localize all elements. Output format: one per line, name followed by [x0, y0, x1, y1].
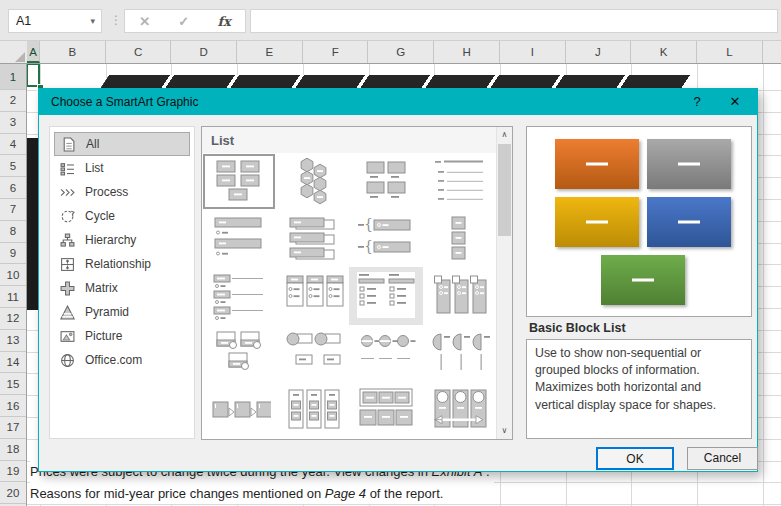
ok-button[interactable]: OK: [596, 447, 674, 470]
smartart-half-circle-list[interactable]: [423, 325, 497, 382]
row-header-12[interactable]: 12: [0, 308, 26, 330]
office-com-icon: [60, 353, 76, 368]
row-header-8[interactable]: 8: [0, 221, 26, 243]
smartart-vertical-accent-list[interactable]: [423, 267, 497, 324]
smartart-table-list[interactable]: [349, 382, 423, 439]
smartart-bending-picture-accent-list[interactable]: [276, 325, 350, 382]
category-label: Hierarchy: [85, 233, 136, 247]
category-cycle[interactable]: Cycle: [54, 204, 190, 228]
scrollbar-thumb[interactable]: [498, 144, 511, 236]
column-header-D[interactable]: D: [171, 41, 237, 63]
smartart-tab-list[interactable]: [349, 267, 423, 324]
category-label: List: [85, 161, 104, 175]
row-header-6[interactable]: 6: [0, 177, 26, 199]
help-icon[interactable]: ?: [685, 89, 709, 115]
row-header-11[interactable]: 11: [0, 286, 26, 308]
column-header-A[interactable]: A: [27, 41, 40, 63]
row-header-13[interactable]: 13: [0, 330, 26, 352]
smartart-arrow-list[interactable]: [202, 382, 276, 439]
cell-text-row20[interactable]: Reasons for mid-year price changes menti…: [30, 483, 447, 505]
category-relationship[interactable]: Relationship: [54, 252, 190, 276]
row-header-16[interactable]: 16: [0, 395, 26, 417]
row-header-19[interactable]: 19: [0, 461, 26, 483]
category-matrix[interactable]: Matrix: [54, 276, 190, 300]
column-header-M[interactable]: M: [763, 41, 781, 63]
row-header-9[interactable]: 9: [0, 243, 26, 265]
block-dash: [632, 279, 654, 282]
name-box[interactable]: A1 ▾: [8, 9, 102, 33]
row-header-15[interactable]: 15: [0, 373, 26, 395]
name-box-value: A1: [16, 14, 31, 28]
separator-dots-icon: ⋮: [110, 13, 122, 27]
row-header-17[interactable]: 17: [0, 417, 26, 439]
smartart-square-accent-list[interactable]: [276, 267, 350, 324]
column-header-G[interactable]: G: [369, 41, 435, 63]
select-all-icon[interactable]: [15, 52, 25, 62]
smartart-basic-block-list[interactable]: [202, 153, 276, 210]
cancel-entry-icon[interactable]: ✕: [139, 14, 150, 29]
smartart-vertical-brace-list[interactable]: {{: [349, 210, 423, 267]
row-header-10[interactable]: 10: [0, 264, 26, 286]
category-pyramid[interactable]: Pyramid: [54, 300, 190, 324]
insert-function-icon[interactable]: fx: [218, 14, 231, 29]
column-header-F[interactable]: F: [303, 41, 369, 63]
picture-icon: [60, 329, 76, 344]
row-header-1[interactable]: 1: [0, 64, 26, 90]
smartart-stacked-list[interactable]: [276, 382, 350, 439]
dialog-title-bar[interactable]: Choose a SmartArt Graphic ? ✕: [39, 89, 757, 115]
row-header-3[interactable]: 3: [0, 112, 26, 134]
gallery-scrollbar[interactable]: ∧ ∨: [496, 127, 512, 439]
row-header-7[interactable]: 7: [0, 199, 26, 221]
smartart-alternating-hexagons[interactable]: [276, 153, 350, 210]
hierarchy-icon: [60, 233, 76, 248]
category-label: All: [86, 137, 99, 151]
column-header-H[interactable]: H: [434, 41, 500, 63]
scroll-down-icon[interactable]: ∨: [497, 423, 512, 439]
category-process[interactable]: Process: [54, 180, 190, 204]
row-header-20[interactable]: 20: [0, 482, 26, 504]
column-header-C[interactable]: C: [106, 41, 172, 63]
smartart-circle-accent-list[interactable]: [349, 325, 423, 382]
row-header-18[interactable]: 18: [0, 439, 26, 461]
category-hierarchy[interactable]: Hierarchy: [54, 228, 190, 252]
smartart-vertical-box-list[interactable]: [276, 210, 350, 267]
row-header-2[interactable]: 2: [0, 90, 26, 112]
all-icon: [61, 137, 77, 152]
category-all[interactable]: All: [54, 132, 190, 156]
column-header-row: ABCDEFGHIJKLM: [0, 41, 781, 64]
column-header-I[interactable]: I: [500, 41, 566, 63]
dialog-title: Choose a SmartArt Graphic: [51, 89, 198, 115]
category-picture[interactable]: Picture: [54, 324, 190, 348]
smartart-lined-list[interactable]: [423, 153, 497, 210]
preview-panel: [526, 126, 752, 317]
enter-entry-icon[interactable]: ✓: [178, 14, 189, 29]
category-label: Process: [85, 185, 128, 199]
svg-text:{: {: [364, 238, 373, 254]
close-icon[interactable]: ✕: [723, 89, 747, 115]
smartart-horizontal-bullet-list[interactable]: [202, 267, 276, 324]
row-header-14[interactable]: 14: [0, 352, 26, 374]
row-header-4[interactable]: 4: [0, 134, 26, 156]
matrix-icon: [60, 281, 76, 296]
smartart-vertical-bullet-list[interactable]: [202, 210, 276, 267]
list-icon: [60, 161, 76, 176]
smartart-vertical-block-list[interactable]: [423, 210, 497, 267]
category-officecom[interactable]: Office.com: [54, 348, 190, 372]
process-icon: [60, 185, 76, 200]
column-header-J[interactable]: J: [566, 41, 632, 63]
row-header-5[interactable]: 5: [0, 155, 26, 177]
gallery-header: List: [202, 127, 496, 153]
smartart-picture-caption-list[interactable]: [349, 153, 423, 210]
column-header-E[interactable]: E: [237, 41, 303, 63]
cancel-button[interactable]: Cancel: [687, 447, 758, 470]
smartart-counterbalance-list[interactable]: [423, 382, 497, 439]
column-header-B[interactable]: B: [40, 41, 106, 63]
formula-bar-input[interactable]: [250, 9, 778, 33]
name-box-dropdown-icon[interactable]: ▾: [90, 10, 95, 32]
preview-block-yellow: [555, 197, 639, 247]
column-header-L[interactable]: L: [697, 41, 763, 63]
column-header-K[interactable]: K: [631, 41, 697, 63]
smartart-picture-accent-list[interactable]: [202, 325, 276, 382]
category-list[interactable]: List: [54, 156, 190, 180]
scroll-up-icon[interactable]: ∧: [497, 127, 512, 143]
